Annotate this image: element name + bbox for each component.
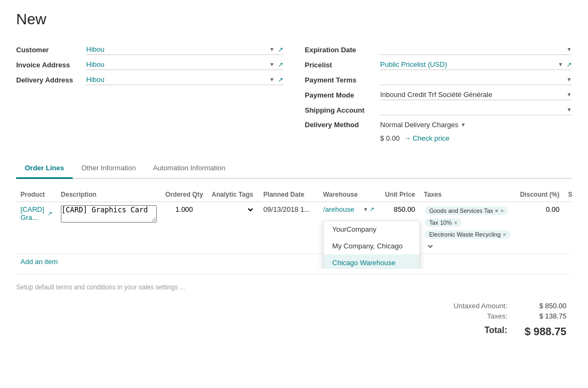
warehouse-dropdown-menu: YourCompany My Company, Chicago Chicago … <box>323 220 420 269</box>
shipping-account-label: Shipping Account <box>305 106 380 114</box>
delivery-method-wrap: Normal Delivery Charges ▼ <box>380 120 466 130</box>
delivery-method-label: Delivery Method <box>305 121 380 129</box>
grand-total-row: Total: $ 988.75 <box>437 325 566 338</box>
customer-input-wrap: ▼ ↗ <box>86 44 283 55</box>
expiration-date-label: Expiration Date <box>305 46 380 54</box>
pricelist-wrap: ▼ ↗ <box>380 59 572 70</box>
col-subtotal: Subtotal <box>564 188 572 202</box>
pricelist-group: Pricelist ▼ ↗ <box>305 59 572 70</box>
tabs-container: Order Lines Other Information Automation… <box>16 158 572 179</box>
shipping-account-group: Shipping Account ▼ <box>305 105 572 115</box>
tab-other-information[interactable]: Other Information <box>73 158 144 179</box>
qty-input[interactable] <box>168 205 200 213</box>
add-item-link[interactable]: Add an item <box>16 254 572 269</box>
warehouse-edit-icon[interactable]: ↗ <box>369 206 374 213</box>
tax-gst-label: Goods and Services Tax × <box>429 207 499 214</box>
order-lines-table: Product Description Ordered Qty Analytic… <box>16 188 572 254</box>
payment-terms-wrap: ▼ <box>380 74 572 85</box>
col-analytic-tags: Analytic Tags <box>207 188 259 202</box>
left-column: Customer ▼ ↗ Invoice Address ▼ ↗ Deliver… <box>16 44 283 142</box>
untaxed-amount-row: Untaxed Amount: $ 850.00 <box>437 302 566 310</box>
description-cell: [CARD] Graphics Card <box>57 202 161 254</box>
customer-input[interactable] <box>86 44 267 54</box>
tax-badge-10: Tax 10% × <box>425 218 461 227</box>
planned-date-input[interactable] <box>263 205 314 213</box>
shipping-account-wrap: ▼ <box>380 105 572 115</box>
payment-mode-wrap: ▼ <box>380 89 572 100</box>
payment-terms-group: Payment Terms ▼ <box>305 74 572 85</box>
delivery-address-arrow: ▼ <box>269 77 275 82</box>
payment-mode-label: Payment Mode <box>305 91 380 99</box>
expiration-date-arrow: ▼ <box>566 46 572 52</box>
untaxed-value: $ 850.00 <box>523 302 566 310</box>
tax-add-select[interactable] <box>424 242 435 251</box>
delivery-address-group: Delivery Address ▼ ↗ <box>16 74 283 85</box>
product-cell: [CARD] Gra... ↗ <box>16 202 57 254</box>
divider <box>16 274 572 275</box>
delivery-address-label: Delivery Address <box>16 76 86 84</box>
product-value[interactable]: [CARD] Gra... <box>20 205 44 221</box>
pricelist-link[interactable]: ↗ <box>566 61 572 68</box>
page-title: New <box>16 11 572 28</box>
taxes-value: $ 138.75 <box>523 312 566 320</box>
tab-automation-information[interactable]: Automation Information <box>144 158 234 179</box>
tax-ewaste-label: Electronic Waste Recycling <box>429 231 501 238</box>
tax-ewaste-remove[interactable]: × <box>503 232 506 238</box>
delivery-method-group: Delivery Method Normal Delivery Charges … <box>305 120 572 130</box>
warehouse-dropdown: ▼ ↗ YourCompany My Company, Chicago Chic… <box>323 205 374 213</box>
discount-cell <box>516 202 564 254</box>
expiration-date-wrap: ▼ <box>380 44 572 55</box>
expiration-date-input[interactable] <box>380 44 564 54</box>
terms-text: Setup default terms and conditions in yo… <box>16 283 572 291</box>
pricelist-label: Pricelist <box>305 61 380 69</box>
payment-terms-label: Payment Terms <box>305 76 380 84</box>
warehouse-option-chicago-company[interactable]: My Company, Chicago <box>324 238 419 254</box>
warehouse-option-yourcompany[interactable]: YourCompany <box>324 221 419 238</box>
unit-price-input[interactable] <box>383 205 415 213</box>
discount-input[interactable] <box>538 205 559 213</box>
tax-gst-remove[interactable]: × <box>501 208 504 214</box>
col-planned-date: Planned Date <box>259 188 319 202</box>
col-unit-price: Unit Price <box>379 188 419 202</box>
delivery-price-row: $ 0.00 → Check price <box>305 134 572 142</box>
invoice-address-label: Invoice Address <box>16 61 86 69</box>
customer-external-link[interactable]: ↗ <box>278 46 283 53</box>
form-section: Customer ▼ ↗ Invoice Address ▼ ↗ Deliver… <box>16 44 572 142</box>
product-cell-content: [CARD] Gra... ↗ <box>20 205 52 221</box>
warehouse-option-chicago-warehouse[interactable]: Chicago Warehouse <box>324 254 419 269</box>
invoice-address-arrow: ▼ <box>269 61 275 67</box>
warehouse-arrow[interactable]: ▼ <box>363 206 368 212</box>
product-edit-icon[interactable]: ↗ <box>47 210 52 217</box>
description-textarea[interactable]: [CARD] Graphics Card <box>61 205 157 223</box>
order-lines-section: Product Description Ordered Qty Analytic… <box>16 188 572 269</box>
pricelist-input[interactable] <box>380 59 556 70</box>
delivery-address-input[interactable] <box>86 74 267 85</box>
delivery-method-arrow[interactable]: ▼ <box>460 122 466 128</box>
qty-cell <box>161 202 207 254</box>
arrow-icon: → <box>404 134 411 142</box>
analytic-tags-select[interactable] <box>212 205 255 214</box>
payment-mode-group: Payment Mode ▼ <box>305 89 572 100</box>
shipping-account-input[interactable] <box>380 105 564 115</box>
payment-terms-arrow: ▼ <box>566 77 572 82</box>
col-ordered-qty: Ordered Qty <box>161 188 207 202</box>
analytic-tags-cell <box>207 202 259 254</box>
warehouse-cell: ▼ ↗ YourCompany My Company, Chicago Chic… <box>319 202 379 254</box>
invoice-address-link[interactable]: ↗ <box>278 61 283 68</box>
tab-order-lines[interactable]: Order Lines <box>16 158 73 179</box>
warehouse-input[interactable] <box>323 205 361 213</box>
payment-terms-input[interactable] <box>380 74 564 85</box>
grand-total-label: Total: <box>437 325 507 338</box>
payment-mode-input[interactable] <box>380 89 564 100</box>
taxes-container: Goods and Services Tax × × Tax 10% × Ele… <box>424 205 512 240</box>
delivery-address-link[interactable]: ↗ <box>278 76 283 84</box>
col-taxes: Taxes <box>419 188 516 202</box>
page-container: New Customer ▼ ↗ Invoice Address ▼ ↗ <box>0 0 588 349</box>
invoice-address-input[interactable] <box>86 59 267 70</box>
check-price-link[interactable]: → Check price <box>404 134 450 142</box>
table-header-row: Product Description Ordered Qty Analytic… <box>16 188 572 202</box>
subtotal-cell: $ 850.00 <box>564 202 572 254</box>
col-discount: Discount (%) <box>516 188 564 202</box>
shipping-account-arrow: ▼ <box>566 107 572 113</box>
tax-10-remove[interactable]: × <box>454 220 457 226</box>
